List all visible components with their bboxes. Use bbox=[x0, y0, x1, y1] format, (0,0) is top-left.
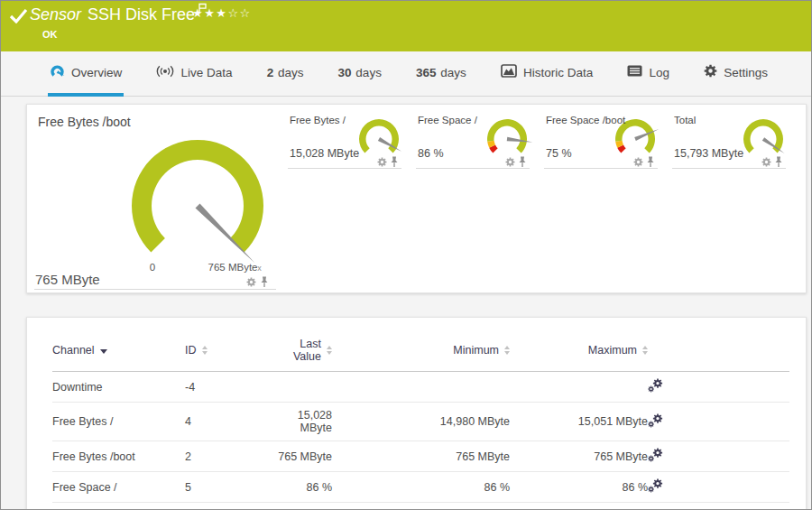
tab-30-days[interactable]: 30 days bbox=[337, 51, 383, 97]
gear-icon bbox=[704, 64, 717, 80]
gauge-scale-min: 0 bbox=[150, 262, 155, 273]
tab-live-data[interactable]: Live Data bbox=[154, 51, 234, 97]
column-header-minimum[interactable]: Minimum bbox=[332, 330, 510, 372]
primary-gauge-value: 765 MByte bbox=[35, 272, 100, 287]
mini-gauge-free-space-boot-settings-gear-icon[interactable] bbox=[633, 157, 643, 167]
mini-gauge-title: Free Space /boot bbox=[546, 115, 625, 125]
live-icon bbox=[156, 65, 174, 80]
cell-minimum: 75 % bbox=[332, 503, 510, 510]
cell-maximum: 765 MByte bbox=[510, 441, 648, 472]
tab-label: Historic Data bbox=[523, 66, 593, 79]
column-header-channel[interactable]: Channel bbox=[52, 330, 185, 372]
channel-row-free-bytes-boot[interactable]: Free Bytes /boot2765 MByte765 MByte765 M… bbox=[52, 441, 789, 472]
cell-maximum bbox=[510, 372, 648, 403]
divider bbox=[544, 168, 658, 169]
column-label: Maximum bbox=[588, 344, 637, 357]
cell-channel: Free Space /boot bbox=[52, 503, 185, 510]
cell-id: -4 bbox=[185, 372, 271, 403]
cell-channel: Free Bytes / bbox=[52, 403, 185, 441]
mini-gauge-title: Free Bytes / bbox=[290, 115, 346, 125]
cell-id: 3 bbox=[185, 503, 271, 510]
primary-gauge-pin-icon[interactable] bbox=[260, 276, 269, 288]
sort-arrows-icon[interactable] bbox=[327, 346, 332, 355]
mini-gauge-value: 15,793 MByte bbox=[674, 147, 743, 160]
channel-settings-icon[interactable] bbox=[648, 478, 663, 493]
cell-id: 5 bbox=[185, 472, 271, 503]
tab-365-days[interactable]: 365 days bbox=[414, 51, 468, 97]
cell-maximum: 75 % bbox=[510, 503, 648, 510]
channel-settings-icon[interactable] bbox=[648, 413, 663, 428]
priority-star-rating[interactable]: ★★★☆☆ bbox=[192, 6, 252, 20]
mini-gauge-title: Free Space / bbox=[418, 115, 477, 125]
mini-gauge-free-space-boot-pin-icon[interactable] bbox=[646, 156, 655, 168]
mini-gauge-value: 15,028 MByte bbox=[290, 147, 359, 160]
tab-log[interactable]: Log bbox=[625, 51, 671, 97]
tab-label: Live Data bbox=[180, 66, 232, 79]
cell-id: 4 bbox=[185, 403, 271, 441]
tab-bar: OverviewLive Data2 days30 days365 daysHi… bbox=[1, 51, 811, 97]
mini-gauge-title: Total bbox=[674, 115, 696, 125]
divider bbox=[288, 168, 401, 169]
cell-last-value: 765 MByte bbox=[271, 441, 332, 472]
sensor-page: Sensor SSH Disk Free ★★★☆☆ OK OverviewLi… bbox=[0, 0, 812, 510]
channel-row-free-space[interactable]: Free Space /586 %86 %86 % bbox=[52, 472, 789, 503]
divider bbox=[672, 168, 786, 169]
mini-gauge-free-bytes-pin-icon[interactable] bbox=[390, 156, 399, 168]
tab-settings[interactable]: Settings bbox=[702, 51, 770, 97]
cell-last-value bbox=[271, 372, 332, 403]
cell-channel: Downtime bbox=[52, 372, 185, 403]
mini-gauge-total-pin-icon[interactable] bbox=[774, 156, 783, 168]
channels-panel: ChannelIDLast ValueMinimumMaximum Downti… bbox=[26, 317, 807, 510]
cell-channel: Free Bytes /boot bbox=[52, 441, 185, 472]
cell-last-value: 15,028 MByte bbox=[271, 403, 332, 441]
primary-gauge: Free Bytes /boot x 0 765 MByte 765 MByte bbox=[27, 105, 284, 292]
sort-arrows-icon[interactable] bbox=[642, 346, 648, 355]
channel-row-free-space-boot[interactable]: Free Space /boot375 %75 %75 % bbox=[52, 503, 789, 510]
cell-maximum: 86 % bbox=[510, 472, 648, 503]
cell-minimum: 765 MByte bbox=[332, 441, 510, 472]
cell-minimum: 14,980 MByte bbox=[332, 403, 510, 441]
column-header-last-value[interactable]: Last Value bbox=[271, 330, 332, 372]
sort-arrows-icon[interactable] bbox=[202, 346, 208, 355]
chart-icon bbox=[501, 64, 517, 80]
cell-channel: Free Space / bbox=[52, 472, 185, 503]
mini-gauge-free-space-settings-gear-icon[interactable] bbox=[505, 157, 515, 167]
tab-label: Log bbox=[649, 66, 669, 79]
tab-label: Overview bbox=[71, 66, 122, 79]
tab-label: 2 days bbox=[267, 66, 304, 79]
status-badge: OK bbox=[42, 29, 58, 40]
tab-historic-data[interactable]: Historic Data bbox=[499, 51, 595, 97]
page-title: SSH Disk Free bbox=[88, 5, 195, 24]
channel-row-downtime[interactable]: Downtime-4 bbox=[52, 372, 789, 403]
column-label: Minimum bbox=[453, 344, 499, 357]
cell-last-value: 75 % bbox=[271, 503, 332, 510]
channel-settings-icon[interactable] bbox=[648, 378, 663, 393]
channel-settings-icon[interactable] bbox=[648, 448, 663, 462]
tab-2-days[interactable]: 2 days bbox=[265, 51, 306, 97]
gauge-scale-max: 765 MByte bbox=[208, 262, 258, 273]
tab-label: 30 days bbox=[338, 66, 382, 79]
sort-desc-icon[interactable] bbox=[100, 349, 107, 354]
mini-gauge-free-bytes-settings-gear-icon[interactable] bbox=[377, 157, 387, 167]
divider bbox=[34, 289, 276, 290]
column-label: Channel bbox=[52, 344, 95, 357]
tab-overview[interactable]: Overview bbox=[48, 51, 124, 97]
mini-gauge-total-settings-gear-icon[interactable] bbox=[761, 157, 771, 167]
cell-last-value: 86 % bbox=[271, 472, 332, 503]
column-header-maximum[interactable]: Maximum bbox=[510, 330, 648, 372]
tab-label: 365 days bbox=[416, 66, 466, 79]
mini-gauge-value: 75 % bbox=[546, 147, 572, 160]
primary-gauge-settings-gear-icon[interactable] bbox=[246, 277, 256, 287]
cell-minimum: 86 % bbox=[332, 472, 510, 503]
column-header-id[interactable]: ID bbox=[185, 330, 271, 372]
mini-gauge-free-space-pin-icon[interactable] bbox=[518, 156, 527, 168]
cell-minimum bbox=[332, 372, 510, 403]
channel-row-free-bytes[interactable]: Free Bytes /415,028 MByte14,980 MByte15,… bbox=[52, 403, 789, 441]
svg-text:x: x bbox=[257, 264, 262, 271]
sort-arrows-icon[interactable] bbox=[504, 346, 510, 355]
column-label: ID bbox=[185, 344, 197, 357]
object-kind-label: Sensor bbox=[30, 5, 81, 24]
column-header-actions bbox=[648, 330, 789, 372]
log-icon bbox=[627, 65, 642, 79]
cell-maximum: 15,051 MByte bbox=[510, 403, 648, 441]
